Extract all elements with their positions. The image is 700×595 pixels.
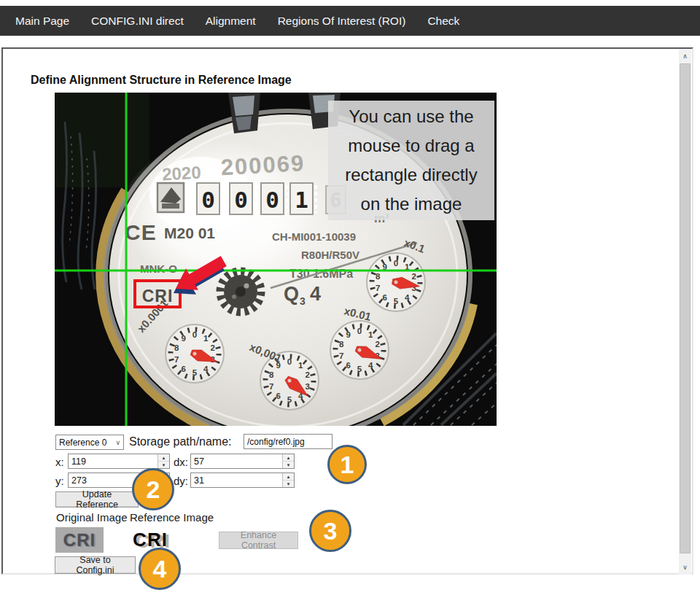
svg-text:8: 8 <box>174 343 179 352</box>
svg-text:6: 6 <box>382 293 386 302</box>
svg-text:2: 2 <box>210 343 214 352</box>
svg-text:5: 5 <box>357 365 362 373</box>
scrollbar[interactable]: ∧ ∨ <box>679 49 691 575</box>
svg-text:2: 2 <box>305 370 309 379</box>
svg-text:M20 01: M20 01 <box>164 225 215 241</box>
svg-text:3: 3 <box>305 382 309 391</box>
spinner-down-icon[interactable]: ▼ <box>283 481 294 487</box>
scrollbar-thumb[interactable] <box>680 63 691 553</box>
dy-input[interactable] <box>191 473 282 487</box>
nav-item-alignment[interactable]: Alignment <box>206 15 256 28</box>
drag-hint-line: rectangle directly <box>328 160 494 190</box>
callout-3: 3 <box>309 510 351 552</box>
original-image-label: Original Image <box>56 511 128 524</box>
drag-hint-line: on the image <box>328 190 494 219</box>
original-image-preview: CRI <box>55 527 104 553</box>
svg-text:0: 0 <box>265 187 279 213</box>
nav-item-check[interactable]: Check <box>427 15 459 28</box>
svg-text:CH-MI001-10039: CH-MI001-10039 <box>272 230 356 243</box>
chevron-down-icon: ∨ <box>111 439 120 446</box>
nav-item-main-page[interactable]: Main Page <box>15 15 69 28</box>
svg-text:CE: CE <box>125 220 157 244</box>
save-to-config-button[interactable]: Save to Config.ini <box>55 556 136 574</box>
svg-text:200069: 200069 <box>220 150 306 180</box>
scroll-up-icon: ∧ <box>682 52 688 60</box>
dy-spinner[interactable]: ▲ ▼ <box>282 473 294 487</box>
spinner-up-icon[interactable]: ▲ <box>283 454 294 462</box>
dy-label: dy: <box>174 475 188 487</box>
scroll-down-button[interactable]: ∨ <box>679 560 691 575</box>
svg-text:0: 0 <box>192 330 197 339</box>
spinner-up-icon[interactable]: ▲ <box>158 454 169 462</box>
meter-icon-box <box>158 183 184 212</box>
spinner-up-icon[interactable]: ▲ <box>283 473 294 481</box>
svg-text:8: 8 <box>376 272 381 281</box>
reference-select[interactable]: Reference 0 ∨ <box>55 435 124 450</box>
spinner-down-icon[interactable]: ▼ <box>283 462 294 468</box>
scroll-down-icon: ∨ <box>682 564 688 571</box>
svg-text:R80H/R50V: R80H/R50V <box>301 249 359 261</box>
spinner-down-icon[interactable]: ▼ <box>158 462 169 468</box>
svg-text:8: 8 <box>269 370 274 379</box>
reference-image-label: Reference Image <box>130 511 214 524</box>
svg-text:3: 3 <box>300 295 306 307</box>
callout-1: 1 <box>327 445 367 484</box>
svg-text:7: 7 <box>376 284 380 292</box>
svg-text:MNK-O: MNK-O <box>140 262 177 275</box>
drag-hint-line: You can use the <box>328 102 494 131</box>
storage-path-label: Storage path/name: <box>129 435 232 448</box>
reference-image-canvas[interactable]: 2020 200069 0 0 0 1 6 <box>55 93 497 426</box>
scroll-up-button[interactable]: ∧ <box>679 49 691 63</box>
storage-path-input[interactable] <box>244 434 332 449</box>
svg-text:0: 0 <box>234 187 248 213</box>
svg-text:2: 2 <box>375 340 379 349</box>
svg-text:7: 7 <box>269 382 273 391</box>
x-label: x: <box>55 456 64 468</box>
dx-input[interactable] <box>191 454 282 468</box>
svg-text:1: 1 <box>298 361 303 370</box>
svg-text:0: 0 <box>394 259 398 268</box>
svg-text:2020: 2020 <box>162 163 202 184</box>
dy-input-wrap: ▲ ▼ <box>190 472 295 488</box>
svg-text:6: 6 <box>181 365 185 373</box>
svg-text:9: 9 <box>346 330 350 339</box>
x-input[interactable] <box>69 454 158 468</box>
drag-hint-overlay: You can use the mouse to drag a rectangl… <box>328 101 494 220</box>
page-title: Define Alignment Structure in Reference … <box>31 74 292 87</box>
svg-text:1: 1 <box>203 334 209 343</box>
callout-4: 4 <box>139 548 181 590</box>
svg-text:4: 4 <box>405 293 410 302</box>
svg-text:6: 6 <box>276 392 280 400</box>
svg-text:8: 8 <box>339 340 344 349</box>
nav-item-config-ini-direct[interactable]: CONFIG.INI direct <box>91 15 184 28</box>
nav-item-regions-of-interest[interactable]: Regions Of Interest (ROI) <box>278 15 406 28</box>
svg-text:5: 5 <box>394 297 399 306</box>
dx-input-wrap: ▲ ▼ <box>190 454 295 469</box>
drag-hint-line: mouse to drag a <box>328 131 494 160</box>
svg-text:1: 1 <box>295 187 308 213</box>
dx-label: dx: <box>174 456 188 468</box>
svg-text:5: 5 <box>192 368 198 377</box>
svg-text:4: 4 <box>368 361 373 370</box>
svg-text:0: 0 <box>287 357 292 366</box>
svg-text:9: 9 <box>181 334 185 343</box>
svg-text:Q: Q <box>284 283 299 305</box>
svg-text:4: 4 <box>203 365 209 373</box>
x-spinner[interactable]: ▲ ▼ <box>158 454 169 468</box>
svg-text:5: 5 <box>287 395 292 404</box>
svg-text:4: 4 <box>310 283 321 305</box>
meter-cri-print: CRI <box>142 287 174 306</box>
svg-text:0: 0 <box>201 187 215 213</box>
reference-select-value: Reference 0 <box>59 438 106 448</box>
svg-text:7: 7 <box>339 351 343 360</box>
svg-text:0: 0 <box>357 327 362 335</box>
svg-text:7: 7 <box>174 355 179 364</box>
top-nav: Main Page CONFIG.INI direct Alignment Re… <box>0 6 700 36</box>
y-label: y: <box>55 475 64 487</box>
svg-text:6: 6 <box>346 361 350 370</box>
enhance-contrast-button[interactable]: Enhance Contrast <box>219 532 298 549</box>
svg-text:1: 1 <box>368 330 373 339</box>
dx-spinner[interactable]: ▲ ▼ <box>282 454 294 468</box>
callout-2: 2 <box>132 468 174 510</box>
update-reference-button[interactable]: Update Reference <box>55 491 139 508</box>
